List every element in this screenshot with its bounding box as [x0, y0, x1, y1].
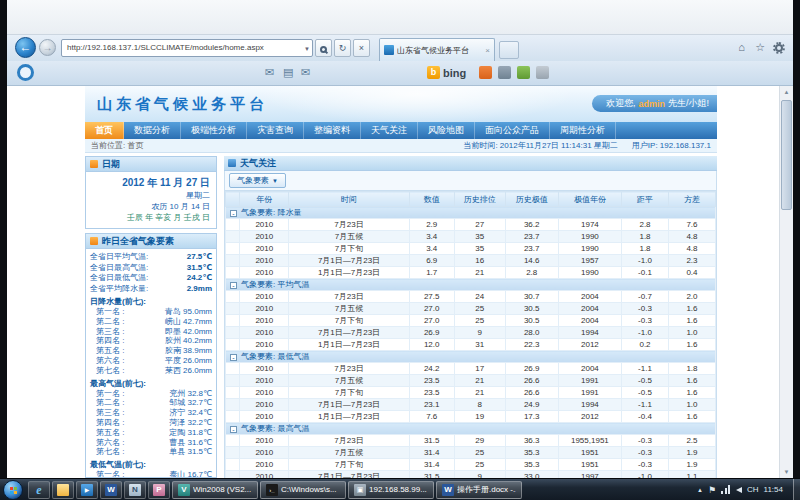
toolbar-app-icon[interactable] — [536, 66, 549, 79]
home-button[interactable]: ⌂ — [738, 41, 745, 53]
column-header[interactable]: 数值 — [409, 192, 454, 207]
nav-item-2[interactable]: 数据分析 — [124, 122, 181, 139]
element-filter-button[interactable]: 气象要素 ▼ — [229, 173, 286, 188]
table-row[interactable]: 20107月23日27.52430.72004-0.72.0 — [226, 291, 716, 303]
nav-item-5[interactable]: 整编资料 — [304, 122, 361, 139]
table-row[interactable]: 20101月1日—7月23日12.03122.320120.21.6 — [226, 339, 716, 351]
new-tab-button[interactable] — [499, 41, 519, 59]
section-header-row[interactable]: -气象要素: 降水量 — [226, 207, 716, 219]
taskbar-clock[interactable]: 11:54 — [764, 485, 783, 494]
column-header[interactable]: 极值年份 — [558, 192, 621, 207]
volume-icon[interactable] — [736, 487, 742, 493]
forward-button[interactable]: → — [39, 39, 56, 56]
table-row[interactable]: 20107月1日—7月23日26.9928.01994-1.01.0 — [226, 327, 716, 339]
column-header[interactable]: 历史排位 — [454, 192, 505, 207]
table-row[interactable]: 20107月下旬31.42535.31951-0.31.9 — [226, 459, 716, 471]
show-desktop-button[interactable] — [793, 479, 800, 500]
media-player-icon[interactable]: ▶ — [76, 481, 98, 499]
internet-explorer-icon[interactable]: e — [28, 481, 50, 499]
windows-flag-icon — [10, 487, 13, 490]
stat-label: 全省日平均气温: — [90, 252, 148, 263]
notepad-icon[interactable]: N — [124, 481, 146, 499]
table-row[interactable]: 20107月下旬3.43523.719901.84.8 — [226, 243, 716, 255]
table-row[interactable]: 20107月1日—7月23日23.1824.91994-1.11.0 — [226, 399, 716, 411]
collapse-icon[interactable]: - — [230, 210, 237, 217]
table-cell: -0.7 — [622, 291, 669, 303]
column-header[interactable]: 距平 — [622, 192, 669, 207]
word-icon[interactable]: W — [100, 481, 122, 499]
table-row[interactable]: 20107月五候3.43523.719901.84.8 — [226, 231, 716, 243]
table-row[interactable]: 20107月1日—7月23日31.5933.01997-1.01.1 — [226, 471, 716, 479]
table-row[interactable]: 20101月1日—7月23日1.7212.81990-0.10.4 — [226, 267, 716, 279]
bing-toolbar-logo[interactable]: b bing — [427, 66, 466, 79]
table-row[interactable]: 20107月五候23.52126.61991-0.51.6 — [226, 375, 716, 387]
table-row[interactable]: 20107月1日—7月23日6.91614.61957-1.02.3 — [226, 255, 716, 267]
page-scrollbar[interactable]: ▲ ▼ — [779, 86, 793, 478]
favorites-button[interactable]: ☆ — [755, 41, 765, 54]
table-cell: 7.6 — [409, 411, 454, 423]
toolbar-app-icon[interactable] — [517, 66, 530, 79]
network-icon[interactable] — [721, 485, 731, 494]
table-row[interactable]: 20101月1日—7月23日7.61917.32012-0.41.6 — [226, 411, 716, 423]
section-title: 气象要素: 最低气温 — [241, 352, 309, 361]
collapse-icon[interactable]: - — [230, 282, 237, 289]
table-cell: 2010 — [240, 303, 289, 315]
tools-gear-icon[interactable] — [775, 44, 783, 52]
table-row[interactable]: 20107月下旬27.02530.52004-0.31.6 — [226, 315, 716, 327]
toolbar-app-icon[interactable] — [479, 66, 492, 79]
taskbar-window-button[interactable]: VWin2008 (VS2... — [172, 481, 258, 499]
paint-icon[interactable]: P — [148, 481, 170, 499]
document-icon[interactable]: ▤ — [283, 66, 293, 79]
action-center-icon[interactable]: ⚑ — [708, 485, 716, 495]
table-cell: 1月1日—7月23日 — [289, 411, 409, 423]
stop-button[interactable]: × — [353, 39, 370, 57]
collapse-icon[interactable]: - — [230, 354, 237, 361]
column-header[interactable]: 年份 — [240, 192, 289, 207]
nav-item-1[interactable]: 首页 — [85, 122, 124, 139]
refresh-button[interactable]: ↻ — [334, 39, 351, 57]
scrollbar-thumb[interactable] — [781, 100, 792, 210]
browser-tab[interactable]: 山东省气候业务平台 × — [379, 38, 495, 61]
column-header[interactable]: 方差 — [668, 192, 715, 207]
scroll-down-icon[interactable]: ▼ — [780, 466, 793, 478]
tab-close-icon[interactable]: × — [485, 46, 490, 55]
table-row[interactable]: 20107月23日2.92736.219742.87.6 — [226, 219, 716, 231]
language-indicator[interactable]: CH — [747, 485, 759, 494]
chevron-down-icon[interactable]: ▼ — [304, 41, 310, 57]
table-row[interactable]: 20107月五候31.42535.31951-0.31.9 — [226, 447, 716, 459]
nav-item-6[interactable]: 天气关注 — [361, 122, 418, 139]
back-button[interactable]: ← — [15, 37, 36, 58]
toolbar-app-icon[interactable] — [498, 66, 511, 79]
table-row[interactable]: 20107月五候27.02530.52004-0.31.6 — [226, 303, 716, 315]
nav-item-8[interactable]: 面向公众产品 — [475, 122, 550, 139]
mail-icon[interactable]: ✉ — [301, 66, 310, 79]
scroll-up-icon[interactable]: ▲ — [780, 86, 793, 98]
nav-item-7[interactable]: 风险地图 — [418, 122, 475, 139]
section-header-row[interactable]: -气象要素: 平均气温 — [226, 279, 716, 291]
toolbar-logo-icon[interactable] — [17, 64, 34, 81]
column-header[interactable]: 历史极值 — [505, 192, 558, 207]
collapse-icon[interactable]: - — [230, 426, 237, 433]
section-header-row[interactable]: -气象要素: 最高气温 — [226, 423, 716, 435]
nav-item-3[interactable]: 极端性分析 — [181, 122, 247, 139]
taskbar-window-button[interactable]: W操作手册.docx -... — [436, 481, 522, 499]
start-button[interactable] — [3, 480, 23, 500]
table-row[interactable]: 20107月下旬23.52126.61991-0.51.6 — [226, 387, 716, 399]
folder-icon[interactable] — [52, 481, 74, 499]
stat-label: 全省日最低气温: — [90, 273, 148, 284]
table-header-row: 年份时间数值历史排位历史极值极值年份距平方差 — [226, 192, 716, 207]
table-cell: 1951 — [558, 459, 621, 471]
nav-item-9[interactable]: 周期性分析 — [550, 122, 616, 139]
search-button[interactable] — [315, 39, 332, 57]
table-row[interactable]: 20107月23日24.21726.92004-1.11.8 — [226, 363, 716, 375]
column-header[interactable]: 时间 — [289, 192, 409, 207]
mail-icon[interactable]: ✉ — [265, 66, 274, 79]
section-header-row[interactable]: -气象要素: 最低气温 — [226, 351, 716, 363]
taskbar-window-button[interactable]: ›_C:\Windows\s... — [260, 481, 346, 499]
taskbar-window-button[interactable]: ▣192.168.58.99... — [348, 481, 434, 499]
address-bar[interactable]: http://192.168.137.1/SLCCLIMATE/modules/… — [61, 39, 313, 57]
nav-item-4[interactable]: 灾害查询 — [247, 122, 304, 139]
table-row[interactable]: 20107月23日31.52936.31955,1951-0.32.5 — [226, 435, 716, 447]
table-cell: 26.9 — [409, 327, 454, 339]
tray-expand-icon[interactable]: ▲ — [697, 487, 703, 493]
